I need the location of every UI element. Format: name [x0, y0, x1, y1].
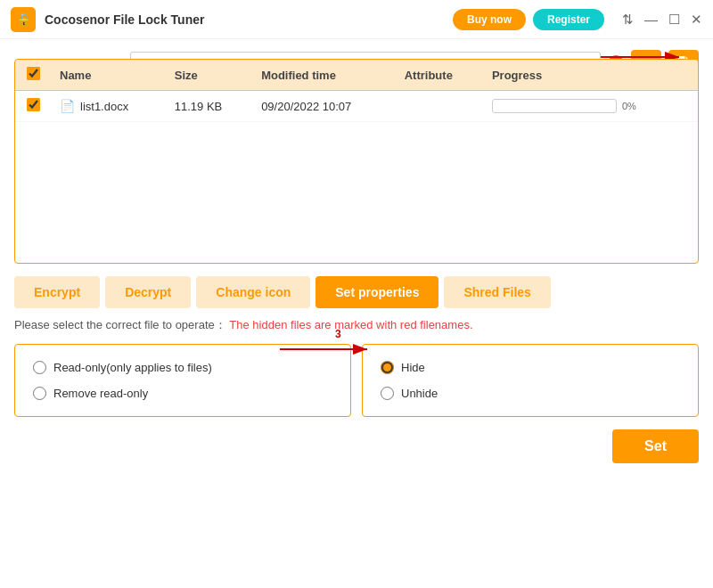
column-checkbox — [15, 60, 51, 91]
options-area: 3 Read-only(only applies to files) Remov… — [14, 344, 699, 417]
info-text-label: Please select the correct file to operat… — [14, 318, 226, 331]
arrow-to-checkbox — [14, 97, 45, 151]
app-logo: 🔒 — [11, 7, 36, 32]
file-table-container: 2 Name Size Modified time Attribute — [14, 59, 699, 264]
set-button-area: Set — [14, 429, 699, 463]
table-body: 📄 list1.docx 11.19 KB 09/20/2022 10:07 0… — [15, 91, 698, 122]
tab-encrypt[interactable]: Encrypt — [14, 276, 100, 308]
row-progress-cell: 0% — [483, 91, 698, 122]
set-button[interactable]: Set — [612, 429, 699, 463]
hide-label: Hide — [401, 361, 425, 374]
remove-readonly-option[interactable]: Remove read-only — [33, 387, 332, 400]
column-name: Name — [51, 60, 166, 91]
file-name-container: 📄 list1.docx — [60, 99, 157, 113]
table-row: 📄 list1.docx 11.19 KB 09/20/2022 10:07 0… — [15, 91, 698, 122]
main-content: Select a file or folder: 1 — [0, 39, 713, 474]
close-icon[interactable]: ✕ — [691, 12, 702, 28]
arrow-to-hide — [271, 331, 378, 367]
docx-file-icon: 📄 — [60, 99, 75, 113]
tab-change-icon[interactable]: Change icon — [196, 276, 310, 308]
tab-shred-files[interactable]: Shred Files — [444, 276, 550, 308]
column-modified-time: Modified time — [252, 60, 396, 91]
window-controls: ⇅ — ☐ ✕ — [622, 12, 702, 28]
title-bar-actions: Buy now Register ⇅ — ☐ ✕ — [453, 9, 702, 30]
file-table: Name Size Modified time Attribute Progre… — [15, 60, 698, 122]
select-all-checkbox[interactable] — [27, 67, 40, 80]
app-title: Cocosenor File Lock Tuner — [45, 12, 453, 27]
unhide-radio[interactable] — [381, 387, 394, 400]
register-button[interactable]: Register — [533, 9, 604, 30]
table-header: Name Size Modified time Attribute Progre… — [15, 60, 698, 91]
progress-bar — [492, 99, 617, 113]
remove-readonly-radio[interactable] — [33, 387, 46, 400]
unhide-label: Unhide — [401, 387, 438, 400]
row-modified-cell: 09/20/2022 10:07 — [252, 91, 396, 122]
progress-label: 0% — [622, 101, 636, 111]
tab-bar: Encrypt Decrypt Change icon Set properti… — [14, 276, 699, 308]
row-name-cell: 📄 list1.docx — [51, 91, 166, 122]
remove-readonly-label: Remove read-only — [53, 387, 148, 400]
file-name-text: list1.docx — [80, 100, 128, 113]
row-size-cell: 11.19 KB — [166, 91, 252, 122]
unhide-option[interactable]: Unhide — [381, 387, 680, 400]
column-size: Size — [166, 60, 252, 91]
hide-radio[interactable] — [381, 361, 394, 374]
share-icon[interactable]: ⇅ — [622, 12, 634, 28]
column-attribute: Attribute — [396, 60, 483, 91]
row-attribute-cell — [396, 91, 483, 122]
right-options-box: Hide Unhide — [362, 344, 699, 417]
minimize-icon[interactable]: — — [644, 12, 658, 27]
title-bar: 🔒 Cocosenor File Lock Tuner Buy now Regi… — [0, 0, 713, 39]
tab-set-properties[interactable]: Set properties — [316, 276, 438, 308]
buy-now-button[interactable]: Buy now — [453, 9, 526, 30]
info-highlight: The hidden files are marked with red fil… — [229, 318, 472, 331]
tab-decrypt[interactable]: Decrypt — [105, 276, 191, 308]
readonly-label: Read-only(only applies to files) — [53, 361, 212, 374]
hide-option[interactable]: Hide — [381, 361, 680, 374]
maximize-icon[interactable]: ☐ — [668, 12, 680, 28]
readonly-radio[interactable] — [33, 361, 46, 374]
column-progress: Progress — [483, 60, 698, 91]
